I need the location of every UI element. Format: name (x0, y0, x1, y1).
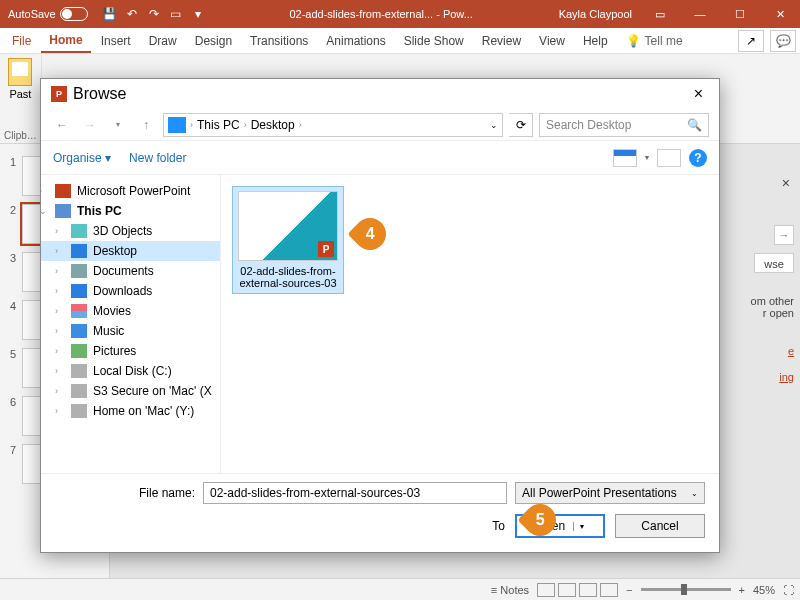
dialog-close-icon[interactable]: × (688, 83, 709, 105)
dialog-title: Browse (73, 85, 126, 103)
tree-item[interactable]: ⌄This PC (41, 201, 220, 221)
toggle-icon (60, 7, 88, 21)
autosave-toggle[interactable]: AutoSave (0, 7, 96, 21)
dialog-titlebar: P Browse × (41, 79, 719, 109)
tree-item[interactable]: ›Local Disk (C:) (41, 361, 220, 381)
redo-icon[interactable]: ↷ (146, 6, 162, 22)
save-icon[interactable]: 💾 (102, 6, 118, 22)
paste-icon (8, 58, 32, 86)
close-pane-icon[interactable]: × (782, 175, 790, 191)
nav-history-icon[interactable]: ▾ (107, 114, 129, 136)
share-button[interactable]: ↗ (738, 30, 764, 52)
normal-view-icon[interactable] (537, 583, 555, 597)
new-folder-button[interactable]: New folder (129, 151, 186, 165)
help-icon[interactable]: ? (689, 149, 707, 167)
powerpoint-icon: P (51, 86, 67, 102)
clipboard-group: Past Clipb… (0, 54, 42, 143)
tree-item[interactable]: ›Music (41, 321, 220, 341)
tab-draw[interactable]: Draw (141, 30, 185, 52)
zoom-level[interactable]: 45% (753, 584, 775, 596)
tab-animations[interactable]: Animations (318, 30, 393, 52)
pc-icon (168, 117, 186, 133)
document-title: 02-add-slides-from-external... - Pow... (212, 8, 551, 20)
nav-back-icon[interactable]: ← (51, 114, 73, 136)
dialog-nav-bar: ← → ▾ ↑ › This PC › Desktop › ⌄ ⟳ Search… (41, 109, 719, 141)
view-options-icon[interactable] (613, 149, 637, 167)
tab-design[interactable]: Design (187, 30, 240, 52)
file-type-filter[interactable]: All PowerPoint Presentations⌄ (515, 482, 705, 504)
start-slideshow-icon[interactable]: ▭ (168, 6, 184, 22)
link-fragment-1[interactable]: e (788, 345, 794, 357)
reading-view-icon[interactable] (579, 583, 597, 597)
close-icon[interactable]: ✕ (760, 0, 800, 28)
quick-access-toolbar: 💾 ↶ ↷ ▭ ▾ (96, 6, 212, 22)
tab-review[interactable]: Review (474, 30, 529, 52)
title-bar: AutoSave 💾 ↶ ↷ ▭ ▾ 02-add-slides-from-ex… (0, 0, 800, 28)
comments-button[interactable]: 💬 (770, 30, 796, 52)
autosave-label: AutoSave (8, 8, 56, 20)
filename-input[interactable] (203, 482, 507, 504)
nav-up-icon[interactable]: ↑ (135, 114, 157, 136)
tools-menu[interactable]: To (492, 519, 505, 533)
preview-pane-icon[interactable] (657, 149, 681, 167)
tree-item[interactable]: ›S3 Secure on 'Mac' (X (41, 381, 220, 401)
tab-transitions[interactable]: Transitions (242, 30, 316, 52)
tab-insert[interactable]: Insert (93, 30, 139, 52)
tab-slideshow[interactable]: Slide Show (396, 30, 472, 52)
browse-dialog: P Browse × ← → ▾ ↑ › This PC › Desktop ›… (40, 78, 720, 553)
user-name[interactable]: Kayla Claypool (551, 8, 640, 20)
file-thumbnail (238, 191, 338, 261)
tree-item[interactable]: ›Documents (41, 261, 220, 281)
paste-button[interactable]: Past (4, 58, 37, 100)
bulb-icon: 💡 (626, 34, 641, 48)
filename-label: File name: (55, 486, 195, 500)
search-input[interactable]: Search Desktop 🔍 (539, 113, 709, 137)
file-item[interactable]: 02-add-slides-from-external-sources-03 (233, 187, 343, 293)
zoom-slider[interactable] (641, 588, 731, 591)
notes-button[interactable]: ≡ Notes (491, 584, 529, 596)
dialog-toolbar: Organise ▾ New folder ▾ ? (41, 141, 719, 175)
fit-to-window-icon[interactable]: ⛶ (783, 584, 794, 596)
zoom-in-button[interactable]: + (739, 584, 745, 596)
tree-item[interactable]: ›Home on 'Mac' (Y:) (41, 401, 220, 421)
tree-item[interactable]: ›Movies (41, 301, 220, 321)
address-dropdown-icon[interactable]: ⌄ (490, 120, 498, 130)
ribbon-tabs: File Home Insert Draw Design Transitions… (0, 28, 800, 54)
tab-home[interactable]: Home (41, 29, 90, 53)
link-fragment-2[interactable]: ing (779, 371, 794, 383)
browse-button-fragment[interactable]: wse (754, 253, 794, 273)
qat-dropdown-icon[interactable]: ▾ (190, 6, 206, 22)
cancel-button[interactable]: Cancel (615, 514, 705, 538)
tell-me-search[interactable]: 💡 Tell me (618, 34, 691, 48)
tab-help[interactable]: Help (575, 30, 616, 52)
sorter-view-icon[interactable] (558, 583, 576, 597)
tree-item[interactable]: ›Pictures (41, 341, 220, 361)
view-buttons (537, 583, 618, 597)
go-arrow-button[interactable]: → (774, 225, 794, 245)
tab-file[interactable]: File (4, 30, 39, 52)
tree-item[interactable]: ›Desktop (41, 241, 220, 261)
organise-menu[interactable]: Organise ▾ (53, 151, 111, 165)
file-list[interactable]: 02-add-slides-from-external-sources-03 (221, 175, 719, 473)
dialog-footer: File name: All PowerPoint Presentations⌄… (41, 473, 719, 552)
ribbon-options-icon[interactable]: ▭ (640, 0, 680, 28)
undo-icon[interactable]: ↶ (124, 6, 140, 22)
address-bar[interactable]: › This PC › Desktop › ⌄ (163, 113, 503, 137)
maximize-icon[interactable]: ☐ (720, 0, 760, 28)
status-bar: ≡ Notes − + 45% ⛶ (0, 578, 800, 600)
tree-item[interactable]: ›Downloads (41, 281, 220, 301)
folder-tree[interactable]: ›Microsoft PowerPoint⌄This PC›3D Objects… (41, 175, 221, 473)
minimize-icon[interactable]: — (680, 0, 720, 28)
tree-item[interactable]: ›3D Objects (41, 221, 220, 241)
slideshow-view-icon[interactable] (600, 583, 618, 597)
tree-item[interactable]: ›Microsoft PowerPoint (41, 181, 220, 201)
open-dropdown-icon[interactable]: ▾ (573, 522, 584, 531)
zoom-out-button[interactable]: − (626, 584, 632, 596)
search-icon: 🔍 (687, 118, 702, 132)
nav-forward-icon[interactable]: → (79, 114, 101, 136)
refresh-icon[interactable]: ⟳ (509, 113, 533, 137)
file-name-label: 02-add-slides-from-external-sources-03 (237, 265, 339, 289)
tab-view[interactable]: View (531, 30, 573, 52)
